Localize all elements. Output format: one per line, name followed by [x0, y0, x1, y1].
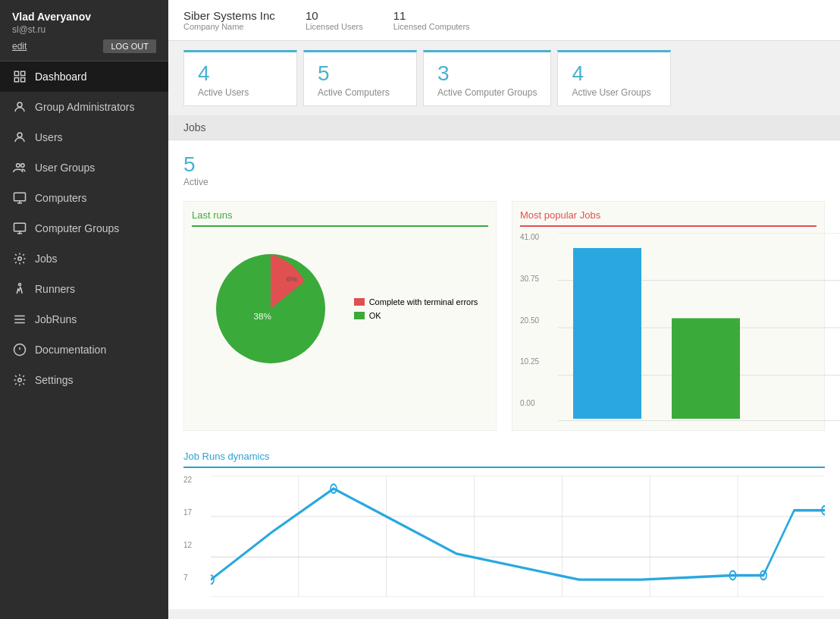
svg-rect-1 [21, 71, 25, 75]
bar-chart-wrapper: 0.00 10.25 20.50 30.75 41.00 [520, 233, 816, 423]
sidebar-item-group-administrators[interactable]: Group Administrators [0, 92, 168, 122]
legend-ok: OK [354, 311, 478, 320]
line-chart-title: Job Runs dynamics [183, 451, 825, 468]
sidebar-item-documentation[interactable]: Documentation [0, 335, 168, 365]
last-runs-title: Last runs [192, 209, 488, 227]
legend-ok-color [354, 312, 365, 319]
user-groups-icon [12, 160, 27, 175]
legend-errors-color [354, 298, 365, 306]
sidebar-item-label: Computer Groups [35, 222, 119, 234]
sidebar-item-label: User Groups [35, 162, 95, 174]
svg-point-7 [21, 164, 25, 168]
most-popular-panel: Most popular Jobs 0.00 10.25 20.50 30.75… [512, 201, 825, 431]
svg-point-10 [18, 257, 22, 261]
sidebar-item-settings[interactable]: Settings [0, 365, 168, 395]
licensed-users-label: Licensed Users [306, 22, 363, 31]
licensed-users-value: 10 [306, 9, 363, 22]
sidebar-item-label: Runners [35, 283, 75, 295]
main-content: Siber Systems Inc Company Name 10 Licens… [168, 0, 840, 619]
sidebar-item-label: Documentation [35, 344, 106, 356]
last-runs-panel: Last runs 38% 6% [183, 201, 497, 431]
sidebar-item-computers[interactable]: Computers [0, 183, 168, 213]
active-user-groups-num: 4 [572, 61, 657, 86]
jobs-active-num: 5 [183, 152, 825, 177]
sidebar: Vlad Averyanov sl@st.ru edit LOG OUT Das… [0, 0, 168, 619]
svg-rect-8 [14, 193, 26, 201]
logout-button[interactable]: LOG OUT [103, 39, 156, 53]
line-y-axis: 7 12 17 22 [183, 476, 211, 582]
sidebar-item-user-groups[interactable]: User Groups [0, 152, 168, 183]
company-info: Siber Systems Inc Company Name [183, 9, 275, 31]
line-y-label-1: 12 [183, 541, 211, 549]
y-axis: 0.00 10.25 20.50 30.75 41.00 [520, 233, 556, 407]
legend-ok-label: OK [369, 311, 381, 320]
svg-point-6 [17, 164, 20, 168]
sidebar-item-users[interactable]: Users [0, 122, 168, 152]
stat-card-active-user-groups[interactable]: 4 Active User Groups [557, 50, 671, 106]
user-name: Vlad Averyanov [12, 11, 156, 23]
sidebar-item-dashboard[interactable]: Dashboard [0, 61, 168, 92]
pie-chart-container: 38% 6% Complete with terminal errors OK [192, 233, 488, 385]
jobs-active-label: Active [183, 177, 825, 187]
svg-rect-2 [14, 78, 18, 82]
line-y-label-3: 22 [183, 476, 211, 484]
svg-point-16 [18, 379, 22, 382]
line-y-label-0: 7 [183, 573, 211, 582]
sidebar-item-computer-groups[interactable]: Computer Groups [0, 213, 168, 244]
active-user-groups-label: Active User Groups [572, 87, 657, 98]
bar-chart-svg [558, 233, 840, 423]
licensed-computers-stat: 11 Licensed Computers [393, 9, 470, 31]
dashboard-icon [12, 69, 27, 84]
active-computers-label: Active Computers [318, 87, 403, 98]
edit-link[interactable]: edit [12, 41, 27, 52]
y-label-2: 20.50 [520, 316, 556, 325]
svg-rect-9 [14, 223, 26, 231]
svg-rect-25 [573, 248, 641, 419]
group-admin-icon [12, 99, 27, 115]
users-icon [12, 130, 27, 145]
top-bar: Siber Systems Inc Company Name 10 Licens… [168, 0, 840, 41]
stat-card-active-computer-groups[interactable]: 3 Active Computer Groups [423, 50, 551, 106]
sidebar-item-label: JobRuns [35, 313, 77, 325]
active-users-label: Active Users [198, 87, 283, 98]
sidebar-item-jobs[interactable]: Jobs [0, 244, 168, 274]
active-computer-groups-num: 3 [437, 61, 537, 86]
documentation-icon [12, 342, 27, 357]
legend-errors: Complete with terminal errors [354, 297, 478, 306]
user-email: sl@st.ru [12, 24, 156, 35]
licensed-users-stat: 10 Licensed Users [306, 9, 363, 31]
legend-errors-label: Complete with terminal errors [369, 297, 478, 306]
svg-rect-0 [14, 71, 18, 75]
stat-card-active-users[interactable]: 4 Active Users [183, 50, 297, 106]
line-chart-svg [211, 476, 825, 597]
svg-text:6%: 6% [286, 275, 296, 283]
pie-chart: 38% 6% [202, 240, 339, 377]
line-chart-section: Job Runs dynamics 7 12 17 22 [168, 443, 840, 609]
stat-card-active-computers[interactable]: 5 Active Computers [303, 50, 417, 106]
svg-rect-26 [672, 319, 740, 419]
sidebar-item-runners[interactable]: Runners [0, 274, 168, 304]
sidebar-item-label: Dashboard [35, 71, 87, 83]
settings-icon [12, 372, 27, 388]
y-label-3: 30.75 [520, 275, 556, 283]
jobs-icon [12, 251, 27, 266]
main-nav: Dashboard Group Administrators Users Use… [0, 61, 168, 395]
svg-rect-3 [21, 78, 25, 82]
company-name-label: Company Name [183, 22, 275, 31]
jobruns-icon [12, 312, 27, 327]
sidebar-item-label: Settings [35, 374, 74, 386]
licensed-computers-label: Licensed Computers [393, 22, 470, 31]
line-y-label-2: 17 [183, 508, 211, 517]
svg-point-4 [17, 102, 22, 107]
sidebar-item-label: Users [35, 131, 63, 143]
active-computer-groups-label: Active Computer Groups [437, 87, 537, 98]
sidebar-item-jobruns[interactable]: JobRuns [0, 304, 168, 335]
licensed-computers-value: 11 [393, 9, 470, 22]
line-chart-wrapper: 7 12 17 22 [183, 476, 825, 597]
computers-icon [12, 190, 27, 206]
most-popular-title: Most popular Jobs [520, 209, 816, 227]
y-label-0: 0.00 [520, 399, 556, 407]
sidebar-item-label: Group Administrators [35, 101, 135, 113]
company-name-value: Siber Systems Inc [183, 9, 275, 22]
svg-point-5 [17, 133, 22, 137]
